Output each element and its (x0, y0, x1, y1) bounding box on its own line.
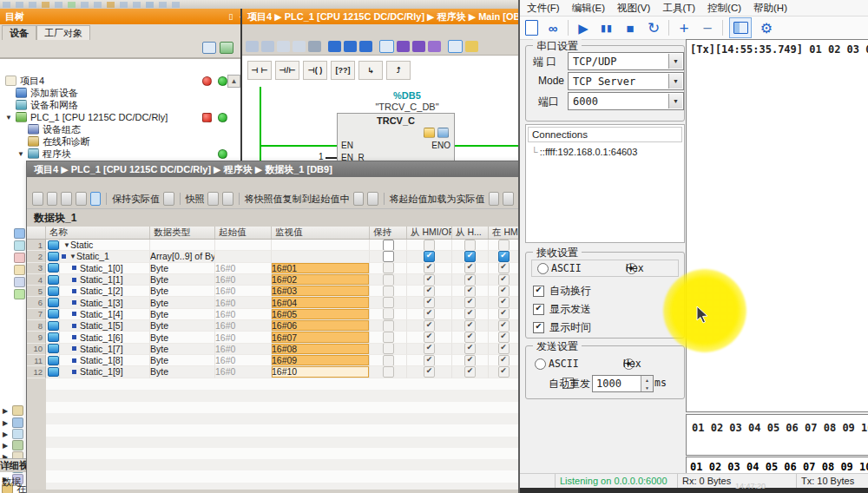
editor-toolbar-icon[interactable] (428, 41, 441, 52)
col-row-number[interactable] (27, 227, 46, 239)
table-row[interactable]: 7 Static_1[4] Byte16#016#05 (27, 309, 519, 320)
editor-breadcrumb-bar[interactable]: 项目4 ▶ PLC_1 [CPU 1215C DC/DC/Rly] ▶ 程序块 … (242, 9, 529, 24)
tree-scroll-up[interactable]: ▲ (227, 75, 240, 88)
retain-checkbox[interactable] (383, 251, 394, 262)
hmi-visible-checkbox[interactable] (498, 344, 510, 355)
retain-checkbox[interactable] (383, 332, 394, 343)
send-input-box[interactable] (686, 457, 868, 475)
tab-plant-objects[interactable]: 工厂对象 (36, 25, 90, 40)
editor-monitor-icon[interactable] (448, 40, 463, 53)
hmi-opc-checkbox[interactable] (424, 240, 435, 251)
col-datatype[interactable]: 数据类型 (150, 227, 215, 239)
editor-toolbar-icon[interactable] (308, 41, 321, 52)
tree-item-project[interactable]: 项目4 (5, 75, 44, 87)
retain-checkbox[interactable] (383, 320, 394, 332)
table-row[interactable]: 11 Static_1[8] Byte16#016#09 (27, 355, 519, 366)
retain-checkbox[interactable] (383, 274, 394, 286)
hmi-opc-checkbox[interactable] (424, 344, 435, 355)
db-expand-icon[interactable] (76, 192, 87, 206)
block-camera-icon[interactable] (424, 128, 435, 138)
resend-interval-spinner[interactable]: 1000 ▲▼ (592, 375, 654, 392)
menu-edit[interactable]: 编辑(E) (572, 2, 605, 15)
db-monitor-toggle-icon[interactable] (90, 192, 102, 206)
block-online-icon[interactable] (437, 128, 449, 138)
pause-icon[interactable]: ▮▮ (598, 19, 615, 36)
hmi-visible-checkbox[interactable] (498, 355, 510, 366)
editor-toolbar-icon[interactable] (328, 41, 341, 52)
hmi-opc-checkbox[interactable] (424, 274, 435, 286)
tree-item-devices-networks[interactable]: 设备和网络 (16, 99, 78, 111)
col-hmi-opc[interactable]: 从 HMI/OPC.. (407, 227, 452, 239)
hmi-opc-checkbox[interactable] (424, 366, 435, 378)
mode-select[interactable]: TCP Server ▼ (568, 72, 684, 90)
tree-item-device-config[interactable]: 设备组态 (28, 123, 81, 135)
contact-closed-icon[interactable]: ⊣/⊢ (275, 61, 299, 80)
tree-item-online-diag[interactable]: 在线和诊断 (28, 135, 90, 148)
retain-checkbox[interactable] (383, 309, 394, 320)
stop-icon[interactable]: ■ (621, 19, 639, 36)
hmi-opc-checkbox[interactable] (424, 355, 435, 366)
editor-toolbar-icon[interactable] (397, 41, 410, 52)
zoom-out-icon[interactable]: − (699, 19, 716, 36)
editor-toolbar-icon[interactable] (246, 41, 259, 52)
hmi-write-checkbox[interactable] (464, 286, 476, 297)
editor-toolbar-icon[interactable] (344, 41, 357, 52)
show-time-option[interactable]: 显示时间 (533, 320, 591, 335)
retain-checkbox[interactable] (383, 344, 394, 355)
hmi-write-checkbox[interactable] (464, 263, 476, 274)
db-copy1-icon[interactable] (353, 192, 365, 206)
tree-view-icon[interactable] (202, 42, 216, 54)
hmi-visible-checkbox[interactable] (498, 309, 510, 320)
hmi-write-checkbox[interactable] (464, 309, 476, 320)
detail-view-item[interactable]: 数据 (2, 476, 26, 489)
chevron-down-icon[interactable]: ▼ (668, 54, 682, 69)
col-hmi3[interactable]: 在 HMI ... (489, 227, 519, 239)
hmi-opc-checkbox[interactable] (424, 332, 435, 343)
db-snap1-icon[interactable] (207, 192, 219, 206)
retain-checkbox[interactable] (383, 240, 394, 251)
menu-control[interactable]: 控制(C) (707, 2, 741, 15)
col-startvalue[interactable]: 起始值 (215, 227, 272, 239)
hmi-visible-checkbox[interactable] (498, 263, 510, 274)
menu-help[interactable]: 帮助(H) (753, 2, 787, 15)
table-row[interactable]: 3 Static_1[0] Byte16#016#01 (27, 263, 519, 274)
contact-open-icon[interactable]: ⊣ ⊢ (247, 61, 272, 80)
port-type-select[interactable]: TCP/UDP ▼ (568, 52, 684, 70)
connection-item[interactable]: └ ::ffff:192.168.0.1:64603 (526, 144, 684, 157)
hmi-write-checkbox[interactable] (464, 274, 476, 286)
tree-add-icon[interactable] (220, 42, 233, 54)
hmi-visible-checkbox[interactable] (498, 297, 510, 308)
db-load-start-button[interactable]: 将起始值加载为实际值 (390, 193, 485, 206)
hmi-write-checkbox[interactable] (464, 332, 476, 343)
hmi-write-checkbox[interactable] (464, 240, 476, 251)
col-monitorvalue[interactable]: 监视值 (272, 227, 370, 239)
db-snap2-icon[interactable] (222, 192, 233, 206)
close-branch-icon[interactable]: ⤴ (386, 61, 411, 80)
hmi-visible-checkbox[interactable] (498, 286, 510, 297)
chevron-down-icon[interactable]: ▼ (668, 94, 682, 108)
hmi-write-checkbox[interactable] (464, 355, 476, 366)
table-row[interactable]: 2 ▼Static_1 Array[0..9] of Byte (27, 251, 519, 262)
col-retain[interactable]: 保持 (370, 227, 407, 239)
editor-toolbar-icon[interactable] (277, 41, 290, 52)
trcv-c-block[interactable]: TRCV_C EN ENO EN_R (337, 113, 455, 163)
tab-devices[interactable]: 设备 (2, 25, 36, 40)
editor-toolbar-icon[interactable] (465, 41, 478, 52)
table-row[interactable]: 4 Static_1[1] Byte16#016#02 (27, 274, 519, 286)
lad-db-name[interactable]: "TRCV_C_DB" (355, 102, 459, 112)
show-tx-checkbox[interactable] (533, 304, 544, 315)
table-row[interactable]: 1 ▼Static (27, 240, 519, 251)
retain-checkbox[interactable] (383, 297, 394, 308)
hmi-opc-checkbox[interactable] (424, 263, 435, 274)
show-time-checkbox[interactable] (533, 322, 544, 333)
db-insert-row-icon[interactable] (32, 192, 43, 206)
hmi-opc-checkbox[interactable] (424, 286, 435, 297)
editor-comment-icon[interactable] (379, 40, 394, 53)
refresh-icon[interactable]: ↻ (645, 19, 662, 36)
editor-toolbar-icon[interactable] (359, 41, 372, 52)
hmi-write-checkbox[interactable] (464, 320, 476, 332)
db-keep-actual-button[interactable]: 保持实际值 (112, 193, 160, 206)
send-history-box[interactable]: 01 02 03 04 05 06 07 08 09 10 (686, 414, 868, 456)
retain-checkbox[interactable] (383, 286, 394, 297)
db-add-row-icon[interactable] (47, 192, 58, 206)
